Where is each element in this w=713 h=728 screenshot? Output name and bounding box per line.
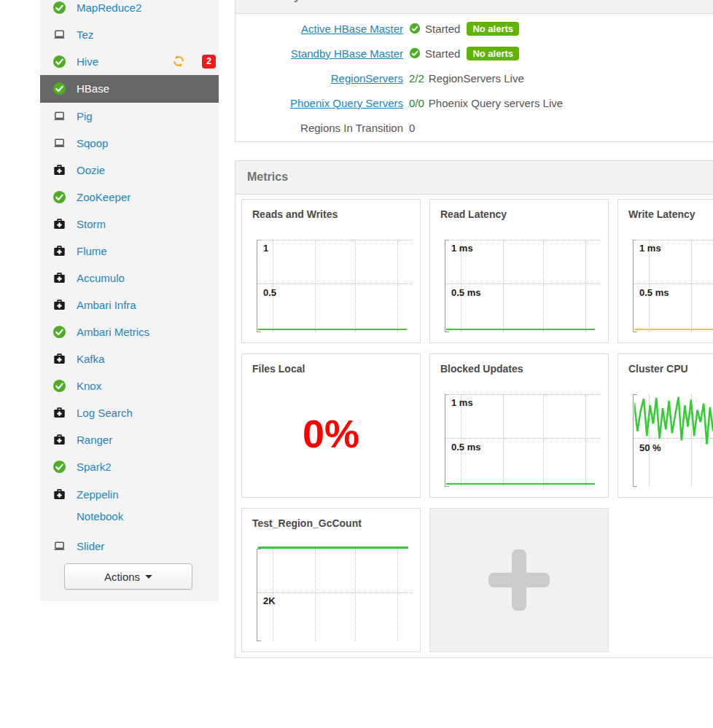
series-line bbox=[634, 329, 713, 330]
phoenix-query-servers-link[interactable]: Phoenix Query Servers bbox=[290, 97, 403, 109]
sidebar-item-zeppelin-notebook[interactable]: Zeppelin Notebook bbox=[40, 480, 219, 533]
sidebar-item-hbase[interactable]: HBase bbox=[40, 75, 219, 103]
standby-hbase-master-link[interactable]: Standby HBase Master bbox=[291, 47, 403, 60]
actions-button-label: Actions bbox=[104, 571, 140, 583]
metrics-panel: Metrics Reads and Writes 1 0.5 Read Late… bbox=[235, 160, 713, 658]
metric-tile-title: Write Latency bbox=[618, 200, 713, 220]
gridline bbox=[397, 240, 398, 332]
actions-dropdown-button[interactable]: Actions bbox=[64, 563, 192, 590]
sidebar-item-label: HBase bbox=[77, 78, 109, 100]
sidebar-item-ranger[interactable]: Ranger bbox=[40, 426, 219, 453]
alert-count-badge[interactable]: 2 bbox=[202, 55, 216, 69]
series-line bbox=[446, 329, 595, 330]
started-check-icon bbox=[409, 47, 421, 59]
maintenance-medkit-icon bbox=[52, 244, 67, 259]
sidebar-item-label: Zeppelin Notebook bbox=[77, 484, 158, 528]
sidebar-item-mapreduce2[interactable]: MapReduce2 bbox=[40, 0, 219, 21]
health-check-icon bbox=[52, 379, 67, 394]
metric-tile-title: Reads and Writes bbox=[242, 200, 420, 220]
series-line bbox=[258, 329, 407, 330]
metric-tile-blocked-updates[interactable]: Blocked Updates 1 ms 0.5 ms bbox=[429, 353, 609, 498]
sidebar-item-label: MapReduce2 bbox=[77, 0, 141, 19]
metric-tile-title: Read Latency bbox=[430, 200, 608, 220]
summary-row-active-master: Active HBase Master Started No alerts bbox=[235, 16, 713, 41]
sidebar-item-label: ZooKeeper bbox=[77, 187, 130, 208]
gridline bbox=[461, 240, 461, 332]
sidebar-item-label: Spark2 bbox=[77, 456, 112, 478]
sidebar-item-zookeeper[interactable]: ZooKeeper bbox=[40, 184, 219, 211]
service-sidebar: MapReduce2 Tez Hive 2 HBase Pig Sqoop Oo… bbox=[40, 0, 219, 601]
active-hbase-master-link[interactable]: Active HBase Master bbox=[301, 23, 403, 35]
restart-required-icon[interactable] bbox=[172, 55, 185, 68]
gridline bbox=[634, 240, 713, 240]
sidebar-item-pig[interactable]: Pig bbox=[40, 103, 219, 130]
sidebar-item-hive[interactable]: Hive 2 bbox=[40, 48, 219, 75]
sidebar-item-flume[interactable]: Flume bbox=[40, 238, 219, 265]
gridline bbox=[273, 240, 273, 332]
sidebar-item-slider[interactable]: Slider bbox=[40, 533, 219, 560]
no-alerts-badge[interactable]: No alerts bbox=[467, 22, 519, 36]
read-latency-chart: 1 ms 0.5 ms bbox=[445, 240, 601, 332]
sidebar-item-knox[interactable]: Knox bbox=[40, 372, 219, 399]
y-axis-tick-label: 0.5 bbox=[263, 287, 276, 298]
metric-tile-title: Files Local bbox=[242, 354, 420, 375]
gridline bbox=[634, 283, 713, 284]
metric-tile-test-region-gccount[interactable]: Test_Region_GcCount 2K bbox=[241, 508, 421, 652]
client-only-icon bbox=[52, 109, 67, 124]
gridline bbox=[257, 592, 413, 593]
gridline bbox=[397, 549, 398, 641]
metric-tile-read-latency[interactable]: Read Latency 1 ms 0.5 ms bbox=[429, 199, 609, 343]
sidebar-item-accumulo[interactable]: Accumulo bbox=[40, 265, 219, 291]
sidebar-item-sqoop[interactable]: Sqoop bbox=[40, 130, 219, 157]
sidebar-item-spark2[interactable]: Spark2 bbox=[40, 453, 219, 480]
master-status-text: Started bbox=[425, 23, 460, 35]
sidebar-item-ambari-metrics[interactable]: Ambari Metrics bbox=[40, 318, 219, 345]
no-alerts-badge[interactable]: No alerts bbox=[467, 47, 519, 60]
series-line bbox=[258, 547, 408, 549]
sidebar-item-ambari-infra[interactable]: Ambari Infra bbox=[40, 291, 219, 318]
gridline bbox=[649, 240, 650, 332]
health-check-icon bbox=[52, 55, 67, 69]
add-widget-tile[interactable] bbox=[429, 508, 609, 652]
metric-tile-files-local[interactable]: Files Local 0% bbox=[241, 353, 421, 498]
gridline bbox=[445, 283, 601, 284]
maintenance-medkit-icon bbox=[52, 217, 67, 232]
gridline bbox=[257, 240, 413, 240]
summary-panel: Summary Active HBase Master Started No a… bbox=[235, 0, 713, 142]
metric-tile-cluster-cpu[interactable]: Cluster CPU 50 % bbox=[617, 353, 713, 498]
sidebar-item-label: Hive bbox=[77, 51, 98, 73]
sidebar-item-label: Accumulo bbox=[77, 267, 125, 289]
y-axis-tick-label: 1 ms bbox=[451, 243, 473, 254]
maintenance-medkit-icon bbox=[52, 352, 67, 367]
sidebar-item-tez[interactable]: Tez bbox=[40, 21, 219, 48]
sidebar-item-kafka[interactable]: Kafka bbox=[40, 345, 219, 372]
sidebar-item-oozie[interactable]: Oozie bbox=[40, 157, 219, 184]
regions-in-transition-label: Regions In Transition bbox=[235, 122, 403, 134]
regionservers-live-count: 2/2 bbox=[409, 72, 424, 85]
plus-icon bbox=[488, 549, 550, 611]
write-latency-chart: 1 ms 0.5 ms bbox=[633, 240, 713, 332]
y-axis-tick-label: 0.5 ms bbox=[639, 287, 669, 298]
metric-tile-write-latency[interactable]: Write Latency 1 ms 0.5 ms bbox=[617, 199, 713, 343]
gridline bbox=[543, 394, 544, 487]
sidebar-item-storm[interactable]: Storm bbox=[40, 211, 219, 238]
gridline bbox=[543, 240, 544, 332]
summary-row-regions-in-transition: Regions In Transition 0 bbox=[235, 115, 713, 140]
sidebar-item-log-search[interactable]: Log Search bbox=[40, 399, 219, 426]
maintenance-medkit-icon bbox=[52, 406, 67, 420]
summary-panel-title: Summary bbox=[235, 0, 713, 14]
sidebar-item-label: Tez bbox=[77, 24, 93, 46]
metric-tile-title: Test_Region_GcCount bbox=[242, 509, 420, 529]
maintenance-medkit-icon bbox=[52, 488, 67, 502]
cluster-cpu-chart: 50 % bbox=[633, 394, 713, 487]
metric-tile-reads-and-writes[interactable]: Reads and Writes 1 0.5 bbox=[241, 199, 421, 343]
y-axis-tick-label: 1 ms bbox=[451, 397, 473, 408]
gridline bbox=[257, 283, 413, 284]
y-axis-tick-label: 0.5 ms bbox=[451, 287, 480, 298]
sidebar-item-label: Oozie bbox=[77, 160, 105, 181]
summary-rows: Active HBase Master Started No alerts St… bbox=[235, 14, 713, 140]
sidebar-item-label: Ranger bbox=[77, 429, 112, 451]
y-axis-tick-label: 0.5 ms bbox=[451, 442, 480, 453]
gridline bbox=[355, 549, 356, 641]
regionservers-link[interactable]: RegionServers bbox=[331, 72, 403, 85]
